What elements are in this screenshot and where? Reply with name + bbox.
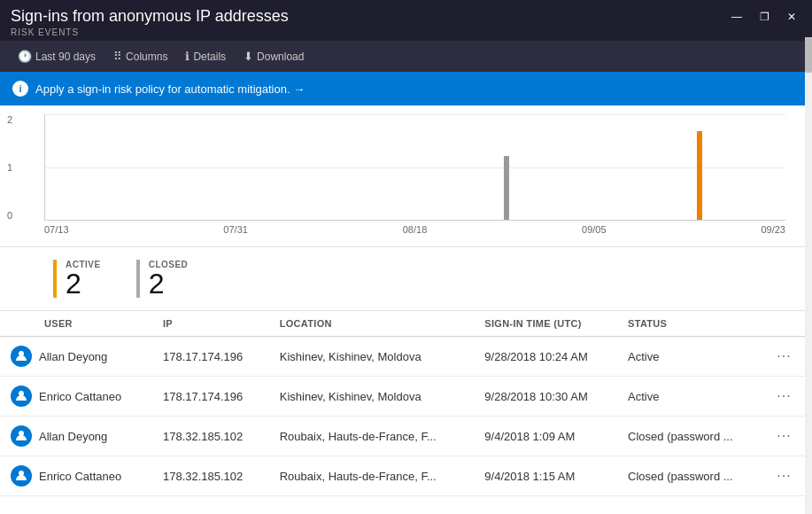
details-label: Details	[193, 51, 226, 63]
chart-y-labels: 2 1 0	[7, 114, 12, 221]
table-row: Enrico Cattaneo 178.32.185.102Roubaix, H…	[0, 456, 812, 496]
more-options-button[interactable]: ···	[773, 426, 794, 446]
download-icon: ⬇	[244, 50, 253, 63]
cell-ip: 178.17.174.196	[152, 377, 269, 417]
x-label-0731: 07/31	[223, 224, 248, 235]
more-options-button[interactable]: ···	[773, 466, 794, 486]
chart-x-labels: 07/13 07/31 08/18 09/05 09/23	[35, 221, 794, 240]
chart-area: 2 1 0 07/13 07/31 08/18 09/05 09/23	[0, 105, 812, 247]
details-button[interactable]: ℹ Details	[178, 46, 233, 66]
cell-signin-time: 9/4/2018 1:15 AM	[474, 456, 617, 496]
close-button[interactable]: ✕	[782, 9, 801, 25]
cell-user: Enrico Cattaneo	[0, 377, 152, 417]
user-avatar	[11, 425, 32, 447]
last-days-button[interactable]: 🕐 Last 90 days	[11, 46, 103, 66]
header-row: USER IP LOCATION SIGN-IN TIME (UTC) STAT…	[0, 311, 812, 337]
user-avatar	[11, 346, 32, 367]
cell-location: Kishinev, Kishinev, Moldova	[269, 377, 475, 417]
y-label-2: 2	[7, 114, 12, 125]
col-user: USER	[0, 311, 152, 337]
cell-signin-time: 9/28/2018 10:24 AM	[474, 337, 617, 377]
cell-signin-time: 9/4/2018 1:09 AM	[474, 417, 617, 456]
table-body: Allan Deyong 178.17.174.196Kishinev, Kis…	[0, 337, 812, 496]
clock-icon: 🕐	[18, 50, 32, 63]
col-location: LOCATION	[269, 311, 475, 337]
download-button[interactable]: ⬇ Download	[236, 46, 311, 66]
chart-inner	[44, 114, 785, 221]
cell-ip: 178.32.185.102	[152, 417, 269, 456]
banner-text: Apply a sign-in risk policy for automati…	[35, 82, 305, 96]
stat-closed: CLOSED 2	[136, 260, 189, 298]
gridline-top	[45, 114, 785, 115]
cell-signin-time: 9/28/2018 10:30 AM	[474, 377, 617, 417]
x-label-0905: 09/05	[582, 224, 607, 235]
user-name: Allan Deyong	[39, 430, 107, 443]
user-name: Enrico Cattaneo	[39, 390, 121, 403]
columns-button[interactable]: ⠿ Columns	[106, 46, 174, 66]
y-label-0: 0	[7, 210, 12, 221]
x-label-0923: 09/23	[761, 224, 785, 235]
chart-bar-gray	[504, 156, 509, 220]
table-row: Allan Deyong 178.17.174.196Kishinev, Kis…	[0, 337, 812, 377]
stat-closed-bar	[136, 260, 140, 298]
maximize-button[interactable]: ❐	[754, 9, 775, 25]
download-label: Download	[257, 51, 304, 63]
last-days-label: Last 90 days	[35, 51, 96, 63]
stat-active-value: 2	[66, 269, 101, 298]
info-circle-icon: i	[12, 81, 28, 97]
table-container: USER IP LOCATION SIGN-IN TIME (UTC) STAT…	[0, 311, 812, 504]
toolbar: 🕐 Last 90 days ⠿ Columns ℹ Details ⬇ Dow…	[0, 41, 812, 72]
stat-active-content: ACTIVE 2	[66, 260, 101, 298]
y-label-1: 1	[7, 162, 12, 173]
cell-ip: 178.17.174.196	[152, 337, 269, 377]
title-bar-left: Sign-ins from anonymous IP addresses RIS…	[11, 7, 289, 37]
cell-user: Allan Deyong	[0, 417, 152, 456]
stat-active-bar	[53, 260, 57, 298]
stat-active: ACTIVE 2	[53, 260, 101, 298]
cell-user: Allan Deyong	[0, 337, 152, 377]
cell-user: Enrico Cattaneo	[0, 456, 152, 496]
table-header: USER IP LOCATION SIGN-IN TIME (UTC) STAT…	[0, 311, 812, 337]
user-name: Allan Deyong	[39, 350, 107, 363]
col-ip: IP	[152, 311, 269, 337]
col-signin-time: SIGN-IN TIME (UTC)	[474, 311, 617, 337]
window-title: Sign-ins from anonymous IP addresses	[11, 7, 289, 26]
more-options-button[interactable]: ···	[773, 386, 794, 406]
window-controls: — ❐ ✕	[726, 7, 801, 25]
col-status: STATUS	[617, 311, 762, 337]
columns-icon: ⠿	[113, 50, 122, 63]
user-name: Enrico Cattaneo	[39, 470, 121, 483]
cell-status: Active	[617, 377, 762, 417]
stat-closed-value: 2	[149, 269, 189, 298]
info-banner[interactable]: i Apply a sign-in risk policy for automa…	[0, 72, 812, 105]
cell-status: Closed (password ...	[617, 456, 762, 496]
cell-location: Roubaix, Hauts-de-France, F...	[269, 456, 475, 496]
cell-status: Active	[617, 337, 762, 377]
x-label-0713: 07/13	[44, 224, 69, 235]
cell-ip: 178.32.185.102	[152, 456, 269, 496]
cell-location: Kishinev, Kishinev, Moldova	[269, 337, 475, 377]
table-row: Enrico Cattaneo 178.17.174.196Kishinev, …	[0, 377, 812, 417]
title-bar: Sign-ins from anonymous IP addresses RIS…	[0, 0, 812, 41]
scrollbar-thumb[interactable]	[805, 37, 812, 73]
user-avatar	[11, 386, 32, 407]
table-row: Allan Deyong 178.32.185.102Roubaix, Haut…	[0, 417, 812, 456]
user-avatar	[11, 465, 32, 487]
cell-location: Roubaix, Hauts-de-France, F...	[269, 417, 475, 456]
columns-label: Columns	[126, 51, 167, 63]
chart-bar-orange	[697, 131, 702, 220]
more-options-button[interactable]: ···	[773, 347, 794, 366]
stats-row: ACTIVE 2 CLOSED 2	[0, 247, 812, 311]
minimize-button[interactable]: —	[726, 9, 747, 25]
risk-events-table: USER IP LOCATION SIGN-IN TIME (UTC) STAT…	[0, 311, 812, 496]
info-icon: ℹ	[185, 50, 189, 63]
gridline-mid	[45, 167, 785, 168]
cell-status: Closed (password ...	[617, 417, 762, 456]
x-label-0818: 08/18	[403, 224, 428, 235]
scrollbar-track[interactable]	[805, 37, 812, 514]
window-subtitle: RISK EVENTS	[11, 27, 289, 37]
stat-closed-content: CLOSED 2	[149, 260, 189, 298]
